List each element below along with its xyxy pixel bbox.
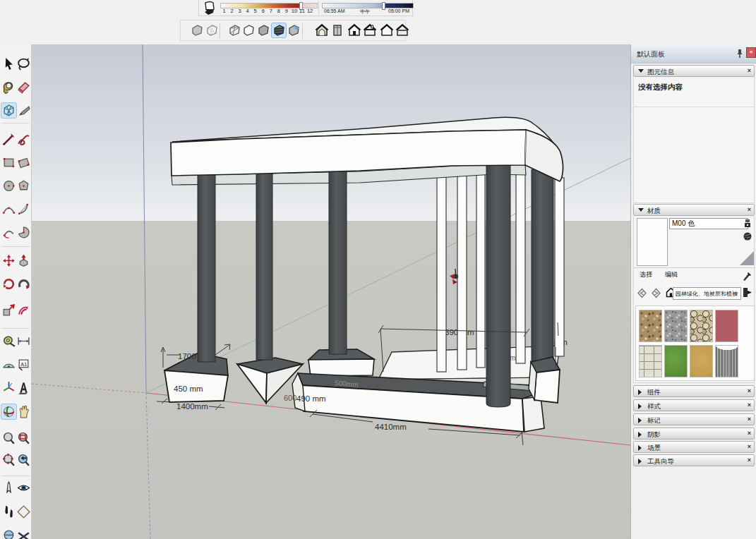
- eyedropper-icon[interactable]: [742, 269, 752, 281]
- pin-icon[interactable]: [736, 49, 743, 59]
- section-title: 样式: [647, 402, 661, 411]
- select-tool[interactable]: [1, 56, 16, 71]
- pie-tool[interactable]: [16, 225, 31, 240]
- model-viewport[interactable]: 390 mm 1712mm 1712 mm: [32, 44, 630, 539]
- time-slider-handle[interactable]: [382, 2, 385, 10]
- material-swatch-pebbles[interactable]: [690, 310, 713, 342]
- back-view-button[interactable]: [380, 23, 394, 37]
- section-close-icon[interactable]: ×: [748, 206, 751, 213]
- circle-tool[interactable]: [1, 178, 16, 193]
- tab-edit[interactable]: 编辑: [665, 270, 678, 279]
- push-pull-tool[interactable]: [16, 253, 31, 268]
- section-plane-tool[interactable]: [16, 504, 31, 519]
- left-view-button[interactable]: [395, 23, 409, 37]
- rectangle-tool[interactable]: [1, 155, 16, 170]
- close-tray-button[interactable]: ×: [746, 47, 756, 58]
- 3d-text-tool[interactable]: [16, 380, 31, 395]
- line-tool[interactable]: [1, 132, 16, 147]
- section-header-collapsed-5[interactable]: 工具向导 ×: [633, 454, 755, 466]
- toggle-shadows-button[interactable]: [202, 1, 216, 15]
- tape-measure-tool[interactable]: [1, 334, 16, 349]
- material-swatch-gravel-gray[interactable]: [664, 310, 688, 342]
- freehand-tool[interactable]: [16, 132, 31, 147]
- offset-tool[interactable]: [16, 303, 31, 317]
- three-point-arc-tool[interactable]: [1, 225, 16, 240]
- top-view-button[interactable]: [330, 23, 344, 37]
- section-header-entity-info[interactable]: 图元信息 ×: [633, 65, 755, 77]
- zoom-window-tool[interactable]: [16, 431, 31, 446]
- position-camera-tool[interactable]: [1, 480, 16, 495]
- section-close-icon[interactable]: ×: [748, 456, 751, 464]
- section-close-icon[interactable]: ×: [748, 401, 751, 408]
- section-header-collapsed-2[interactable]: 标记 ×: [633, 413, 755, 425]
- palette-separator: [1, 328, 30, 329]
- follow-me-tool[interactable]: [16, 277, 31, 291]
- section-close-icon[interactable]: ×: [748, 443, 751, 450]
- create-material-button[interactable]: [743, 218, 752, 229]
- section-header-collapsed-3[interactable]: 阴影 ×: [633, 428, 755, 440]
- date-tick-2: 2: [229, 8, 236, 14]
- material-swatch-fence[interactable]: [715, 345, 738, 377]
- orbit-tool[interactable]: [1, 404, 17, 420]
- material-swatch-pavers[interactable]: [639, 345, 662, 377]
- look-around-tool[interactable]: [16, 480, 31, 495]
- details-icon[interactable]: [742, 286, 752, 298]
- collection-dropdown[interactable]: 园林绿化、地被层和植被 ∨: [673, 287, 741, 300]
- wireframe-button[interactable]: [227, 23, 241, 37]
- section-close-icon[interactable]: ×: [748, 430, 751, 437]
- rotated-rectangle-tool[interactable]: [16, 155, 31, 170]
- section-header-materials[interactable]: 材质 ×: [633, 204, 755, 216]
- shaded-with-textures-button[interactable]: [271, 23, 287, 38]
- materials-list: [635, 305, 755, 381]
- hidden-line-button[interactable]: [241, 23, 256, 37]
- shaded-button[interactable]: [256, 23, 270, 37]
- axes-tool[interactable]: [1, 380, 16, 395]
- make-component-tool[interactable]: [1, 102, 17, 119]
- text-tool[interactable]: A1: [16, 357, 31, 372]
- section-header-collapsed-0[interactable]: 组件 ×: [633, 385, 755, 397]
- dimension-tool[interactable]: [16, 334, 31, 349]
- zoom-tool[interactable]: [1, 431, 16, 446]
- polygon-tool[interactable]: [16, 178, 31, 193]
- two-point-arc-tool[interactable]: [1, 202, 16, 217]
- tab-select[interactable]: 选择: [640, 270, 652, 279]
- tray-titlebar[interactable]: 默认面板 ×: [631, 45, 756, 63]
- paint-bucket-tool[interactable]: [1, 80, 16, 95]
- secondary-pane-button[interactable]: [743, 231, 752, 242]
- back-edges-button[interactable]: [205, 23, 219, 37]
- material-preview[interactable]: [637, 218, 668, 266]
- material-swatch-mauve-color[interactable]: [715, 310, 738, 342]
- section-display-tool[interactable]: [16, 529, 31, 539]
- monochrome-button[interactable]: [287, 23, 301, 37]
- iso-view-button[interactable]: [315, 23, 329, 37]
- forward-arrow-icon[interactable]: [651, 288, 661, 298]
- material-swatch-ochre[interactable]: [690, 345, 713, 377]
- x-ray-button[interactable]: [190, 23, 204, 37]
- tag-tool[interactable]: [16, 103, 31, 118]
- lasso-tool[interactable]: [16, 56, 31, 71]
- section-close-icon[interactable]: ×: [748, 416, 751, 423]
- eraser-tool[interactable]: [16, 80, 31, 95]
- svg-text:A1: A1: [20, 361, 27, 368]
- zoom-extents-tool[interactable]: [1, 453, 16, 468]
- move-tool[interactable]: [1, 253, 16, 268]
- pan-tool[interactable]: [16, 404, 31, 419]
- zoom-previous-tool[interactable]: [16, 453, 31, 468]
- back-arrow-icon[interactable]: [637, 288, 647, 298]
- section-close-icon[interactable]: ×: [748, 67, 751, 74]
- right-view-button[interactable]: [363, 23, 377, 37]
- material-swatch-grass-green[interactable]: [664, 345, 688, 377]
- section-close-icon[interactable]: ×: [748, 387, 751, 394]
- material-name-input[interactable]: [669, 218, 748, 229]
- arc-tool[interactable]: [16, 202, 31, 217]
- material-swatch-gravel-tan[interactable]: [639, 310, 662, 342]
- scale-tool[interactable]: [1, 303, 16, 317]
- protractor-tool[interactable]: [1, 357, 16, 372]
- front-view-button[interactable]: [347, 23, 361, 37]
- section-header-collapsed-1[interactable]: 样式 ×: [633, 399, 755, 411]
- footing-right-cube[interactable]: [529, 357, 560, 403]
- walk-tool[interactable]: [1, 504, 16, 519]
- rotate-tool[interactable]: [1, 277, 16, 291]
- section-fill-tool[interactable]: [1, 529, 16, 539]
- section-header-collapsed-4[interactable]: 场景 ×: [633, 441, 755, 453]
